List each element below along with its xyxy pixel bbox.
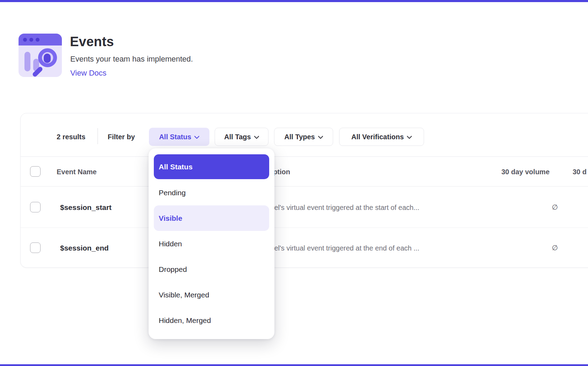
window-dot (36, 38, 40, 42)
filter-by-label: Filter by (108, 133, 135, 141)
dropdown-option-visible[interactable]: Visible (154, 205, 269, 231)
filter-all-verifications[interactable]: All Verifications (339, 128, 424, 146)
magnifier-glyph (44, 54, 51, 63)
bottom-accent-bar (0, 364, 588, 366)
status-dropdown-menu: All Status Pending Visible Hidden Droppe… (149, 148, 274, 339)
event-name[interactable]: $session_end (60, 244, 109, 252)
dropdown-option-pending[interactable]: Pending (154, 180, 269, 205)
browser-titlebar (19, 34, 62, 45)
filter-label: All Types (284, 133, 315, 141)
event-description: Mixpanel's virtual event triggered at th… (252, 244, 420, 252)
event-30-day-volume: ∅ (482, 244, 558, 252)
filter-label: All Tags (224, 133, 251, 141)
dropdown-option-visible-merged[interactable]: Visible, Merged (154, 282, 269, 308)
chart-bar (24, 52, 30, 71)
events-page: Events Events your team has implemented.… (0, 0, 588, 366)
divider (21, 156, 588, 157)
divider (21, 186, 588, 186)
chevron-down-icon (194, 136, 199, 139)
page-title: Events (70, 34, 114, 49)
view-docs-link[interactable]: View Docs (70, 69, 107, 78)
row-checkbox[interactable] (30, 242, 41, 253)
filter-label: All Verifications (351, 133, 404, 141)
event-description: Mixpanel's virtual event triggered at th… (252, 204, 420, 212)
results-count: 2 results (57, 133, 85, 141)
divider (21, 227, 588, 228)
chevron-down-icon (407, 136, 412, 139)
event-30-day-volume: ∅ (482, 203, 558, 211)
dropdown-option-hidden[interactable]: Hidden (154, 231, 269, 256)
dropdown-option-dropped[interactable]: Dropped (154, 256, 269, 282)
column-header-truncated: 30 d (573, 168, 587, 176)
row-checkbox[interactable] (30, 202, 41, 212)
dropdown-option-all-status[interactable]: All Status (154, 154, 269, 179)
chevron-down-icon (318, 136, 323, 139)
events-browser-chart-icon (19, 34, 62, 77)
window-dot (29, 38, 33, 42)
top-accent-bar (0, 0, 588, 2)
column-header-30-day-volume: 30 day volume (482, 168, 550, 176)
window-dot (23, 38, 27, 42)
filter-all-types[interactable]: All Types (274, 128, 333, 146)
divider (98, 128, 98, 144)
select-all-checkbox[interactable] (30, 166, 41, 177)
filter-label: All Status (159, 133, 191, 141)
event-name[interactable]: $session_start (60, 203, 112, 212)
chevron-down-icon (254, 136, 259, 139)
dropdown-option-hidden-merged[interactable]: Hidden, Merged (154, 308, 269, 333)
filter-all-tags[interactable]: All Tags (215, 128, 268, 146)
filter-all-status[interactable]: All Status (149, 128, 209, 146)
page-subtitle: Events your team has implemented. (70, 55, 193, 64)
column-header-event-name: Event Name (57, 168, 97, 176)
